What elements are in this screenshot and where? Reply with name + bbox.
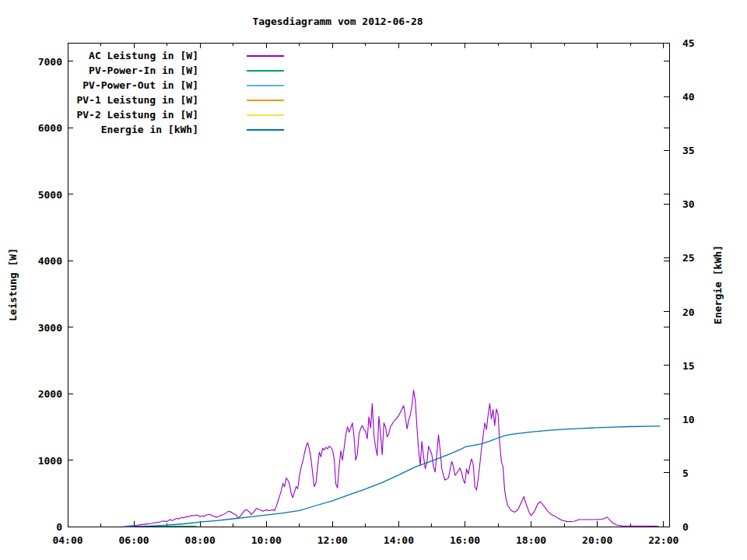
y-left-tick-label: 5000 [23, 189, 62, 199]
x-tick-label: 12:00 [317, 535, 348, 545]
legend-line-sample [247, 85, 284, 86]
series-line-ac-leistung-in-w- [124, 390, 658, 527]
y-left-tick-label: 3000 [23, 322, 62, 332]
chart-canvas: Tagesdiagramm vom 2012-06-28 Leistung [W… [0, 0, 747, 560]
x-tick-label: 20:00 [582, 535, 612, 545]
legend-line-sample [247, 129, 284, 131]
x-tick-label: 04:00 [52, 535, 82, 545]
y-right-tick-label: 40 [682, 92, 695, 102]
legend-label: Energie in [kWh] [74, 124, 198, 135]
y-left-tick-label: 2000 [23, 389, 62, 399]
legend-label: PV-2 Leistung in [W] [74, 109, 198, 121]
series-line-energie-in-kwh- [125, 426, 660, 527]
y-right-tick-label: 25 [682, 253, 695, 263]
y-right-tick-label: 0 [682, 522, 689, 532]
y-right-tick-label: 20 [682, 306, 695, 317]
y-right-tick-label: 35 [682, 145, 695, 156]
y-right-tick-label: 5 [682, 467, 689, 478]
legend-label: PV-1 Leistung in [W] [74, 94, 198, 106]
x-tick-label: 16:00 [450, 535, 480, 545]
y-left-tick-label: 4000 [23, 256, 62, 266]
legend-item: PV-2 Leistung in [W] [74, 107, 284, 122]
y-right-tick-label: 30 [682, 199, 695, 209]
x-tick-label: 18:00 [516, 535, 546, 545]
legend-item: PV-1 Leistung in [W] [74, 93, 284, 107]
x-tick-label: 10:00 [251, 535, 282, 545]
legend-item: PV-Power-In in [W] [74, 63, 284, 78]
y-right-tick-label: 45 [682, 38, 695, 48]
legend: AC Leistung in [W]PV-Power-In in [W]PV-P… [74, 48, 284, 137]
y-right-tick-label: 15 [682, 360, 695, 370]
legend-label: PV-Power-In in [W] [74, 65, 198, 76]
legend-item: AC Leistung in [W] [74, 48, 284, 63]
y-left-tick-label: 0 [23, 522, 62, 532]
y-left-tick-label: 6000 [23, 123, 62, 133]
y-left-tick-label: 7000 [23, 56, 62, 66]
y-right-tick-label: 10 [682, 414, 695, 424]
legend-item: PV-Power-Out in [W] [74, 78, 284, 93]
legend-line-sample [247, 70, 284, 72]
x-tick-label: 06:00 [119, 535, 149, 545]
legend-label: AC Leistung in [W] [74, 50, 198, 61]
x-tick-label: 08:00 [185, 535, 216, 545]
legend-line-sample [247, 114, 284, 116]
legend-item: Energie in [kWh] [74, 122, 284, 137]
legend-line-sample [247, 100, 284, 101]
legend-line-sample [247, 55, 284, 57]
legend-label: PV-Power-Out in [W] [74, 79, 198, 91]
x-tick-label: 14:00 [384, 535, 414, 545]
x-tick-label: 22:00 [648, 535, 679, 545]
y-left-tick-label: 1000 [23, 455, 62, 465]
